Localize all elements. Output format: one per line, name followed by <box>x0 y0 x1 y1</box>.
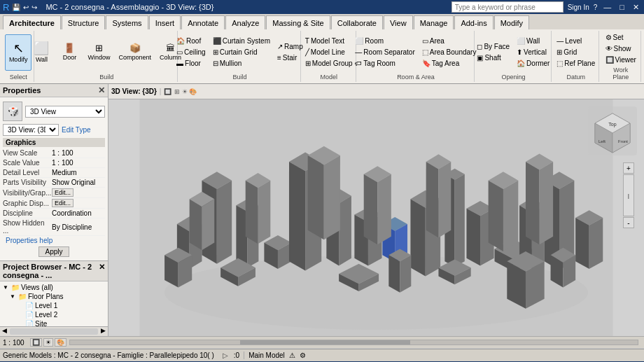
tab-insert[interactable]: Insert <box>149 15 181 29</box>
curtain-system-btn[interactable]: ⬛ Curtain System <box>210 36 273 46</box>
wall-opening-btn[interactable]: ⬜ Wall <box>514 36 552 46</box>
svg-text:Left: Left <box>598 139 606 144</box>
scroll-h-bar[interactable] <box>69 340 638 345</box>
shaft-btn[interactable]: ▣ Shaft <box>474 53 512 63</box>
area-boundary-btn[interactable]: ⬚ Area Boundary <box>419 47 479 57</box>
build-label: Build <box>99 74 113 81</box>
discipline-row: Discipline Coordination <box>3 209 105 218</box>
tab-architecture[interactable]: Architecture <box>3 15 61 29</box>
help-btn[interactable]: ? <box>594 4 598 11</box>
svg-marker-57 <box>364 174 378 245</box>
sync-view-btn[interactable]: 🔲 <box>30 338 42 347</box>
properties-help-link[interactable]: Properties help <box>6 237 52 244</box>
room-sep-btn[interactable]: — Room Separator <box>352 47 417 57</box>
toolbar-sep: | <box>160 88 162 95</box>
room-btn[interactable]: ⬜ Room <box>352 36 417 46</box>
svg-marker-48 <box>190 199 202 250</box>
tree-level-1-floor[interactable]: 📄 Level 1 <box>1 301 106 310</box>
project-browser-close-btn[interactable]: ✕ <box>99 263 105 279</box>
sign-in-btn[interactable]: Sign In <box>568 4 589 11</box>
modify-btn[interactable]: ↖ Modify <box>5 34 31 71</box>
tab-addins[interactable]: Add-ins <box>454 15 493 29</box>
ref-plane-btn[interactable]: ⬚ Ref Plane <box>554 58 598 69</box>
show-btn[interactable]: 👁 Show <box>603 43 639 54</box>
view-cube[interactable]: Top Left Front <box>588 106 637 155</box>
undo-btn[interactable]: ↩ <box>23 4 29 11</box>
set-btn[interactable]: ⚙ Set <box>603 32 639 43</box>
area-icon: ▭ <box>422 37 428 45</box>
tab-systems[interactable]: Systems <box>106 15 148 29</box>
model-group-btn[interactable]: ⊞ Model Group <box>302 58 356 69</box>
floor-btn[interactable]: ▬ Floor <box>174 58 209 69</box>
redo-btn[interactable]: ↪ <box>31 4 37 11</box>
ramp-btn[interactable]: ↗ Ramp <box>274 41 306 52</box>
quick-save[interactable]: 💾 <box>12 4 20 11</box>
grid-btn[interactable]: ⊞ Grid <box>554 47 598 57</box>
svg-marker-66 <box>526 162 540 244</box>
ribbon-group-room: ⬜ Room — Room Separator 🏷 Tag Room ▭ Are… <box>358 31 475 82</box>
tab-collaborate[interactable]: Collaborate <box>331 15 383 29</box>
ceiling-btn[interactable]: ▭ Ceiling <box>174 47 209 57</box>
svg-marker-84 <box>388 255 400 292</box>
model-text-btn[interactable]: T Model Text <box>302 36 356 46</box>
tab-manage[interactable]: Manage <box>414 15 454 29</box>
settings-icon[interactable]: ⚙ <box>300 351 306 359</box>
window-btn[interactable]: ⊞ Window <box>84 34 113 71</box>
level-btn[interactable]: — Level <box>554 36 598 46</box>
view-type-dropdown[interactable]: 3D View <box>25 106 105 118</box>
render-btn[interactable]: 🎨 <box>55 338 66 347</box>
zoom-slider[interactable]: | <box>623 174 634 216</box>
visibility-edit-btn[interactable]: Edit... <box>52 188 74 197</box>
viewport-canvas[interactable]: Top Left Front + | - <box>108 99 644 336</box>
scroll-h-thumb <box>240 340 410 344</box>
stair-btn[interactable]: ≡ Stair <box>274 53 306 63</box>
search-input[interactable] <box>451 1 564 13</box>
tab-analyze[interactable]: Analyze <box>225 15 265 29</box>
graphic-edit-btn[interactable]: Edit... <box>52 199 74 207</box>
zoom-out-btn[interactable]: - <box>623 217 634 228</box>
floor-icon: ▬ <box>176 60 183 67</box>
apply-btn[interactable]: Apply <box>38 246 69 257</box>
view-toggle-btn[interactable]: ☀ <box>43 338 53 347</box>
ribbon-content: ↖ Modify Select ⬜ Wall 🚪 Door ⊞ Window <box>0 29 644 83</box>
dormer-btn[interactable]: 🏠 Dormer <box>514 58 552 69</box>
model-line-btn[interactable]: ╱ Model Line <box>302 47 356 57</box>
tag-room-btn[interactable]: 🏷 Tag Room <box>352 58 417 69</box>
pb-scroll-right[interactable]: ▶ <box>99 327 108 336</box>
mullion-btn[interactable]: ⊟ Mullion <box>210 58 273 69</box>
door-btn[interactable]: 🚪 Door <box>56 34 83 71</box>
maximize-btn[interactable]: □ <box>617 3 626 11</box>
area-btn[interactable]: ▭ Area <box>419 36 479 46</box>
ribbon-group-build-main: ⬜ Wall 🚪 Door ⊞ Window 📦 Component 🏛 <box>36 31 178 82</box>
properties-close-btn[interactable]: ✕ <box>98 85 105 95</box>
tab-structure[interactable]: Structure <box>62 15 106 29</box>
pb-scroll-left[interactable]: ◀ <box>0 327 9 336</box>
vertical-btn[interactable]: ⬆ Vertical <box>514 47 552 57</box>
detail-level-row: Detail Level Medium <box>3 168 105 178</box>
wall-btn[interactable]: ⬜ Wall <box>28 34 55 71</box>
tab-modify[interactable]: Modify <box>494 15 529 29</box>
tab-view[interactable]: View <box>384 15 413 29</box>
tree-site[interactable]: 📄 Site <box>1 319 106 326</box>
tree-level-2-floor[interactable]: 📄 Level 2 <box>1 310 106 319</box>
viewer-btn[interactable]: 🔲 Viewer <box>603 55 639 65</box>
tree-floor-plans[interactable]: ▼ 📁 Floor Plans <box>1 292 106 301</box>
workplane-label: Work Plane <box>605 67 636 81</box>
viewport: 3D View: {3D} | 🔲 ⊞ ☀ 🎨 <box>108 84 644 336</box>
tag-area-btn[interactable]: 🔖 Tag Area <box>419 58 479 69</box>
minimize-btn[interactable]: — <box>601 3 613 11</box>
tree-icon: 📄 <box>25 320 34 326</box>
close-btn[interactable]: ✕ <box>631 3 641 12</box>
by-face-btn[interactable]: ◻ By Face <box>474 41 512 52</box>
tree-views-all[interactable]: ▼ 📁 Views (all) <box>1 283 106 292</box>
tab-massing[interactable]: Massing & Site <box>266 15 330 29</box>
component-btn[interactable]: 📦 Component <box>115 34 155 71</box>
viewport-scale: 🔲 <box>164 88 172 95</box>
edit-type-btn[interactable]: Edit Type <box>62 126 91 134</box>
svg-marker-15 <box>289 162 305 271</box>
roof-btn[interactable]: 🏠 Roof <box>174 36 209 46</box>
view-name-dropdown[interactable]: 3D View: (3D) <box>3 124 59 136</box>
zoom-in-btn[interactable]: + <box>623 162 634 174</box>
tab-annotate[interactable]: Annotate <box>181 15 225 29</box>
curtain-grid-btn[interactable]: ⊞ Curtain Grid <box>210 47 273 57</box>
